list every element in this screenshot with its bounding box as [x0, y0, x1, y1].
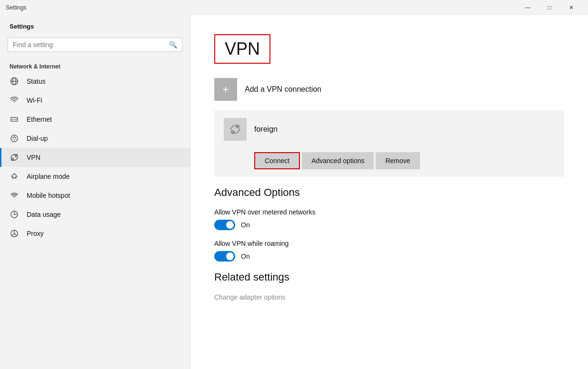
minimize-button[interactable]: —	[517, 0, 538, 15]
maximize-button[interactable]: □	[538, 0, 560, 15]
related-settings-section: Related settings Change adapter options	[214, 271, 564, 301]
window-controls: — □ ✕	[517, 0, 582, 15]
add-vpn-row[interactable]: + Add a VPN connection	[214, 78, 564, 101]
window-title: Settings	[6, 4, 26, 11]
svg-point-9	[14, 139, 15, 140]
main-content: VPN + Add a VPN connection foreig	[190, 15, 588, 369]
sidebar-section-label: Network & Internet	[0, 59, 190, 72]
advanced-options-title: Advanced Options	[214, 186, 564, 199]
sidebar-item-dialup-label: Dial-up	[27, 135, 48, 142]
svg-point-8	[11, 135, 18, 142]
add-vpn-icon: +	[214, 78, 237, 101]
vpn-connection-name: foreign	[254, 125, 278, 134]
sidebar-app-title: Settings	[0, 15, 190, 34]
sidebar-item-ethernet-label: Ethernet	[27, 116, 52, 123]
vpn-icon	[10, 153, 19, 162]
option1-toggle-label: On	[241, 221, 250, 229]
page-title: VPN	[225, 39, 260, 59]
globe-icon	[10, 77, 19, 86]
option1-toggle[interactable]	[214, 220, 235, 230]
sidebar-item-wifi[interactable]: Wi-Fi	[0, 91, 190, 110]
sidebar-item-ethernet[interactable]: Ethernet	[0, 110, 190, 129]
sidebar-item-airplane-label: Airplane mode	[27, 173, 70, 180]
option2-label: Allow VPN while roaming	[214, 240, 564, 247]
option1-label: Allow VPN over metered networks	[214, 208, 564, 216]
vpn-title-box: VPN	[214, 34, 270, 64]
wifi-icon	[10, 96, 19, 105]
sidebar-item-hotspot-label: Mobile hotspot	[27, 192, 70, 199]
option2-toggle[interactable]	[214, 251, 235, 262]
add-vpn-label: Add a VPN connection	[245, 85, 321, 94]
sidebar-item-proxy-label: Proxy	[27, 230, 44, 237]
option1-toggle-row: On	[214, 220, 564, 230]
option2-toggle-label: On	[241, 252, 250, 260]
sidebar-item-hotspot[interactable]: Mobile hotspot	[0, 186, 190, 205]
title-bar: Settings — □ ✕	[0, 0, 588, 15]
search-icon: 🔍	[169, 41, 177, 49]
sidebar-item-status[interactable]: Status	[0, 72, 190, 91]
ethernet-icon	[10, 115, 19, 124]
search-input[interactable]	[13, 41, 169, 49]
proxy-icon	[10, 229, 19, 238]
related-settings-title: Related settings	[214, 271, 564, 283]
vpn-connection-icon	[224, 118, 247, 141]
option2-toggle-row: On	[214, 251, 564, 262]
search-box[interactable]: 🔍	[8, 38, 182, 52]
change-adapter-link[interactable]: Change adapter options	[214, 293, 285, 301]
vpn-connection-card: foreign Connect Advanced options Remove	[214, 110, 564, 177]
remove-button[interactable]: Remove	[376, 152, 419, 169]
sidebar-item-wifi-label: Wi-Fi	[27, 97, 42, 104]
sidebar-item-airplane[interactable]: Airplane mode	[0, 167, 190, 186]
advanced-options-section: Advanced Options Allow VPN over metered …	[214, 186, 564, 262]
app-body: Settings 🔍 Network & Internet Status	[0, 15, 588, 369]
sidebar-item-vpn-label: VPN	[27, 154, 40, 161]
datausage-icon	[10, 210, 19, 219]
vpn-action-buttons: Connect Advanced options Remove	[214, 148, 564, 177]
sidebar-item-status-label: Status	[27, 78, 46, 85]
plus-icon: +	[222, 83, 229, 96]
sidebar-item-dialup[interactable]: Dial-up	[0, 129, 190, 148]
sidebar-item-datausage[interactable]: Data usage	[0, 205, 190, 224]
vpn-connection-top: foreign	[214, 110, 564, 148]
sidebar-item-proxy[interactable]: Proxy	[0, 224, 190, 243]
sidebar: Settings 🔍 Network & Internet Status	[0, 15, 190, 369]
airplane-icon	[10, 172, 19, 181]
dialup-icon	[10, 134, 19, 143]
close-button[interactable]: ✕	[560, 0, 582, 15]
advanced-options-button[interactable]: Advanced options	[302, 152, 374, 169]
sidebar-item-datausage-label: Data usage	[27, 211, 61, 218]
connect-button[interactable]: Connect	[254, 152, 300, 169]
sidebar-item-vpn[interactable]: VPN	[0, 148, 190, 167]
hotspot-icon	[10, 191, 19, 200]
